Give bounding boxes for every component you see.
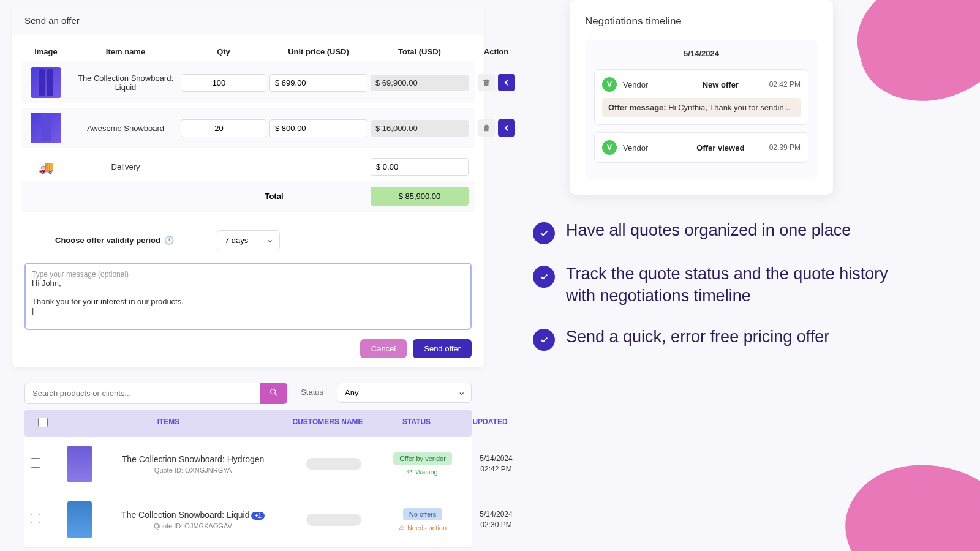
col-status: STATUS [380, 418, 453, 429]
quotes-header: ITEMS CUSTOMERS NAME STATUS UPDATED [24, 410, 472, 437]
customer-placeholder [306, 514, 361, 526]
truck-icon: 🚚 [21, 160, 70, 174]
updated-cell: 5/14/202402:30 PM [466, 509, 527, 530]
col-unit: Unit price (USD) [270, 47, 368, 56]
unit-price-input[interactable] [270, 119, 368, 137]
col-customer: CUSTOMERS NAME [282, 418, 374, 429]
timeline-item: V Vendor New offer 02:42 PM Offer messag… [594, 69, 809, 125]
timeline-time: 02:42 PM [769, 80, 801, 89]
timeline-date: 5/14/2024 [594, 49, 809, 58]
col-action: Action [472, 47, 521, 56]
message-textarea[interactable]: Type your message (optional) Hi John, Th… [24, 263, 472, 330]
grand-total-row: Total $ 85,900.00 [21, 181, 475, 212]
timeline-time: 02:39 PM [769, 143, 801, 152]
total-label: Total [181, 192, 368, 201]
validity-select[interactable]: 7 days [217, 230, 280, 250]
benefit-item: Have all quotes organized in one place [533, 219, 894, 244]
grand-total: $ 85,900.00 [371, 187, 469, 206]
delivery-row: 🚚 Delivery [21, 153, 475, 181]
row-total: $ 69,900.00 [371, 75, 469, 91]
customer-placeholder [306, 458, 361, 470]
vendor-avatar: V [602, 140, 617, 155]
quote-row[interactable]: The Collection Snowboard: Liquid+1 Quote… [24, 492, 472, 548]
product-thumbnail [67, 501, 92, 538]
delivery-label: Delivery [74, 162, 178, 171]
svg-point-0 [271, 389, 276, 394]
row-total: $ 16,000.00 [371, 120, 469, 137]
product-thumbnail [67, 446, 92, 482]
quote-item-name: The Collection Snowboard: Liquid+1 Quote… [104, 510, 282, 530]
search-input[interactable] [24, 383, 260, 404]
check-icon [533, 266, 555, 288]
validity-label: Choose offer validity period 🕐 [55, 236, 174, 245]
benefit-text: Have all quotes organized in one place [566, 219, 851, 241]
unit-price-input[interactable] [270, 74, 368, 92]
qty-input[interactable] [181, 74, 266, 92]
item-name: The Collection Snowboard: Liquid [74, 73, 178, 92]
vendor-avatar: V [602, 77, 617, 92]
timeline-message: Offer message: Hi Cynthia, Thank you for… [602, 98, 801, 117]
panel-title: Send an offer [12, 6, 484, 35]
message-content: Hi John, Thank you for your interest in … [32, 279, 464, 315]
status-badge: Offer by vendor [393, 452, 452, 465]
benefit-text: Send a quick, error free pricing offer [566, 326, 829, 348]
status-badge: No offers [403, 508, 442, 520]
timeline-who: Vendor [623, 143, 672, 152]
col-updated: UPDATED [459, 418, 521, 429]
item-name: Awesome Snowboard [74, 124, 178, 133]
col-image: Image [21, 47, 70, 56]
plus-badge: +1 [251, 512, 264, 520]
benefit-item: Send a quick, error free pricing offer [533, 326, 894, 351]
collapse-button[interactable] [498, 119, 515, 137]
check-icon [533, 222, 555, 244]
search-button[interactable] [260, 383, 287, 404]
timeline-event: New offer [678, 80, 763, 89]
status-sub: ⚠Needs action [386, 523, 459, 531]
timeline-title: Negotiations timeline [585, 15, 818, 28]
quote-item-name: The Collection Snowboard: Hydrogen Quote… [104, 454, 282, 474]
status-select[interactable]: Any [337, 383, 472, 403]
benefit-item: Track the quote status and the quote his… [533, 263, 894, 307]
offer-item-row: Awesome Snowboard $ 16,000.00 [21, 108, 475, 148]
search-bar: Status Any [12, 373, 484, 410]
status-sub: ⟳Waiting [386, 468, 459, 476]
col-qty: Qty [181, 47, 266, 56]
col-items: ITEMS [61, 418, 276, 429]
clock-icon: 🕐 [164, 236, 174, 245]
select-all-checkbox[interactable] [38, 418, 48, 427]
check-icon [533, 329, 555, 351]
row-checkbox[interactable] [31, 458, 40, 468]
col-total: Total (USD) [371, 47, 469, 56]
offer-table-header: Image Item name Qty Unit price (USD) Tot… [21, 41, 475, 62]
product-thumbnail [31, 113, 61, 143]
send-offer-button[interactable]: Send offer [413, 339, 472, 358]
timeline-who: Vendor [623, 80, 672, 89]
col-name: Item name [74, 47, 178, 56]
status-label: Status [293, 383, 331, 404]
qty-input[interactable] [181, 119, 266, 137]
collapse-button[interactable] [498, 74, 515, 91]
quote-id: Quote ID: OJMGKAOGAV [104, 522, 282, 530]
timeline-panel: Negotiations timeline 5/14/2024 V Vendor… [570, 0, 833, 195]
delete-button[interactable] [478, 119, 495, 137]
message-placeholder: Type your message (optional) [32, 270, 464, 279]
benefit-text: Track the quote status and the quote his… [566, 263, 894, 307]
send-offer-panel: Send an offer Image Item name Qty Unit p… [12, 6, 484, 367]
row-checkbox[interactable] [31, 514, 40, 523]
quote-id: Quote ID: OXNGJNRGYA [104, 467, 282, 474]
timeline-item: V Vendor Offer viewed 02:39 PM [594, 132, 809, 163]
timeline-event: Offer viewed [678, 143, 763, 152]
product-thumbnail [31, 67, 61, 98]
delete-button[interactable] [478, 74, 495, 91]
updated-cell: 5/14/202402:42 PM [466, 454, 527, 474]
alert-icon: ⚠ [399, 523, 405, 531]
delivery-input[interactable] [371, 158, 469, 176]
cancel-button[interactable]: Cancel [360, 339, 407, 358]
spinner-icon: ⟳ [407, 468, 413, 476]
quote-row[interactable]: The Collection Snowboard: Hydrogen Quote… [24, 437, 472, 492]
offer-item-row: The Collection Snowboard: Liquid $ 69,90… [21, 62, 475, 103]
benefits-list: Have all quotes organized in one place T… [533, 219, 894, 351]
